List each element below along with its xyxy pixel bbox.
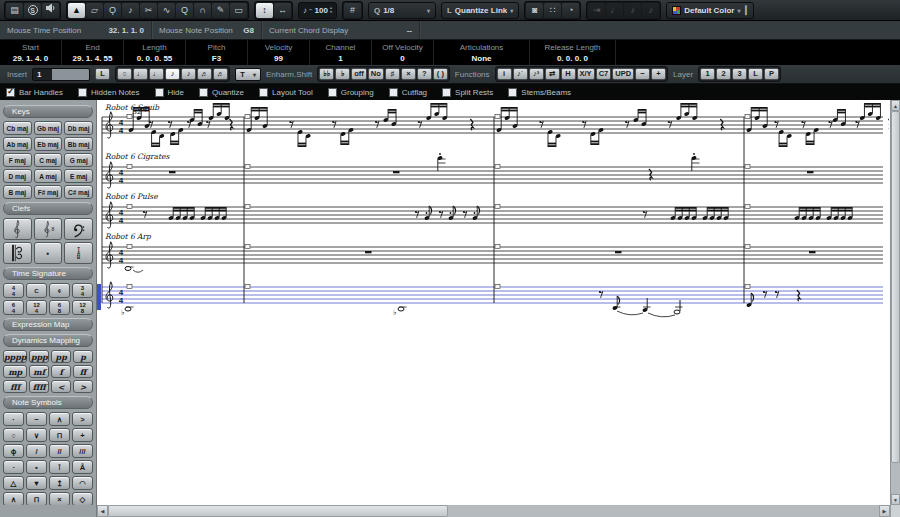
window-layout-button[interactable]: ▤	[6, 3, 23, 18]
scroll-down-button[interactable]: ▼	[891, 494, 900, 505]
horizontal-scroll-thumb[interactable]	[108, 505, 448, 517]
checkbox-box[interactable]	[328, 88, 337, 97]
zoom-tool[interactable]: Ǫ	[104, 3, 121, 18]
checkbox-box[interactable]	[442, 88, 451, 97]
midi-input-icon[interactable]: ◔	[562, 3, 579, 18]
key-button[interactable]: Bb maj	[64, 137, 93, 151]
key-button[interactable]: D maj	[3, 169, 32, 183]
info-value[interactable]: 29. 1. 4. 55	[72, 54, 112, 63]
insert-length-combo[interactable]: 1	[32, 68, 90, 81]
info-field[interactable]: Off Velocity 0	[372, 40, 434, 65]
key-button[interactable]: C# maj	[64, 185, 93, 199]
dynamic-button[interactable]: pp	[51, 350, 71, 363]
checkbox-box[interactable]	[389, 88, 398, 97]
key-button[interactable]: G maj	[64, 153, 93, 167]
option-checkbox[interactable]: Bar Handles	[6, 88, 63, 97]
key-button[interactable]: F# maj	[34, 185, 63, 199]
color-slider-icon[interactable]: ┃	[744, 6, 749, 15]
note-symbol-button[interactable]: ×	[49, 492, 70, 505]
note-symbol-button[interactable]: ⊓	[26, 492, 47, 505]
percussion-clef-button[interactable]: ▪	[34, 242, 63, 264]
key-button[interactable]: Ab maj	[3, 137, 32, 151]
note-symbol-button[interactable]: ○	[3, 428, 24, 442]
note-symbol-button[interactable]: ∨	[26, 428, 47, 442]
panel-timesig-header[interactable]: Time Signature	[3, 267, 93, 280]
info-field[interactable]: Velocity 99	[248, 40, 310, 65]
minus-icon[interactable]: −	[309, 7, 313, 13]
dynamic-button[interactable]: <	[51, 380, 71, 393]
enharm-button[interactable]: ♭	[335, 68, 350, 80]
note-symbol-button[interactable]: ↥	[49, 476, 70, 490]
dynamic-button[interactable]: ppp	[29, 350, 49, 363]
info-field[interactable]: Channel 1	[310, 40, 372, 65]
function-button[interactable]: X/Y	[577, 68, 595, 80]
option-checkbox[interactable]: Cutflag	[389, 88, 427, 97]
key-button[interactable]: B maj	[3, 185, 32, 199]
timesig-button[interactable]: 3 4	[72, 283, 93, 298]
panel-keys-header[interactable]: Keys	[3, 105, 93, 118]
info-value[interactable]: 1	[338, 54, 342, 63]
panel-expression-map-header[interactable]: Expression Map	[3, 318, 93, 331]
note-symbol-button[interactable]: ·	[3, 412, 24, 426]
quantize-link-dropdown[interactable]: L Quantize Link ▾	[441, 2, 519, 19]
checkbox-box[interactable]	[259, 88, 268, 97]
info-field[interactable]: Articulations None	[434, 40, 530, 65]
dynamic-button[interactable]: fff	[3, 380, 27, 393]
dynamic-button[interactable]: pppp	[3, 350, 27, 363]
timesig-button[interactable]: 4 4	[3, 283, 24, 298]
info-field[interactable]: End 29. 1. 4. 55	[62, 40, 124, 65]
insert-note-tool[interactable]: ♪	[122, 3, 139, 18]
move-insert-position-icon[interactable]: ⇥	[588, 3, 605, 18]
note-symbol-button[interactable]: >	[72, 412, 93, 426]
key-button[interactable]: A maj	[34, 169, 63, 183]
acoustic-feedback-icon[interactable]: ◙	[526, 3, 543, 18]
info-field[interactable]: Release Length 0. 0. 0. 0	[530, 40, 616, 65]
dynamic-button[interactable]: ffff	[29, 380, 49, 393]
treble-clef-button[interactable]	[3, 218, 32, 240]
color-dropdown[interactable]: Default Color ▾ ┃	[666, 2, 754, 19]
option-checkbox[interactable]: Split Rests	[442, 88, 493, 97]
layer-button[interactable]: L	[748, 68, 763, 80]
dynamic-button[interactable]: ff	[73, 365, 93, 378]
spinner[interactable]: ▴▾	[330, 6, 332, 14]
function-button[interactable]: UPD	[612, 68, 634, 80]
info-field[interactable]: Pitch F3	[186, 40, 248, 65]
quarter-note-button[interactable]: ♩	[149, 68, 164, 80]
note-symbol-button[interactable]: ∧	[3, 492, 24, 505]
score-notation[interactable]: 4444444444♭♭	[97, 100, 889, 505]
scroll-right-button[interactable]: ▶	[879, 505, 890, 517]
panel-clefs-header[interactable]: Clefs	[3, 202, 93, 215]
key-button[interactable]: Db maj	[64, 121, 93, 135]
panel-note-symbols-header[interactable]: Note Symbols	[3, 396, 93, 409]
note-symbol-button[interactable]: /	[26, 444, 47, 458]
enharm-button[interactable]: off	[351, 68, 367, 80]
option-checkbox[interactable]: Layout Tool	[259, 88, 313, 97]
function-button[interactable]: H	[561, 68, 576, 80]
enharm-button[interactable]: ♯	[385, 68, 400, 80]
treble-octave-clef-button[interactable]: 8	[34, 218, 63, 240]
solo-editor-button[interactable]: S	[24, 3, 41, 18]
erase-tool[interactable]: ▱	[86, 3, 103, 18]
key-button[interactable]: Cb maj	[3, 121, 32, 135]
insert-velocity-control[interactable]: ♪ − 100 ▴▾	[298, 2, 337, 19]
alto-clef-button[interactable]	[3, 242, 32, 264]
key-button[interactable]: F maj	[3, 153, 32, 167]
function-button[interactable]: ⇄	[545, 68, 560, 80]
object-selection-tool[interactable]: ▲	[68, 3, 85, 18]
note-symbol-button[interactable]: −	[26, 412, 47, 426]
function-button[interactable]: ♪³	[529, 68, 544, 80]
info-value[interactable]: 0. 0. 0. 0	[557, 54, 588, 63]
key-button[interactable]: Gb maj	[34, 121, 63, 135]
checkbox-box[interactable]	[78, 88, 87, 97]
scroll-left-button[interactable]: ◀	[97, 505, 108, 517]
option-checkbox[interactable]: Quantize	[199, 88, 244, 97]
scroll-up-button[interactable]: ▲	[891, 100, 900, 111]
dynamic-button[interactable]: >	[73, 380, 93, 393]
checkbox-box[interactable]	[199, 88, 208, 97]
layer-button[interactable]: P	[764, 68, 779, 80]
dynamic-button[interactable]: mp	[3, 365, 27, 378]
note-symbol-button[interactable]: +	[72, 428, 93, 442]
function-button[interactable]: C7	[596, 68, 612, 80]
sixteenth-note-button[interactable]: ♪	[181, 68, 196, 80]
grid-toggle-button[interactable]: #	[344, 3, 361, 18]
